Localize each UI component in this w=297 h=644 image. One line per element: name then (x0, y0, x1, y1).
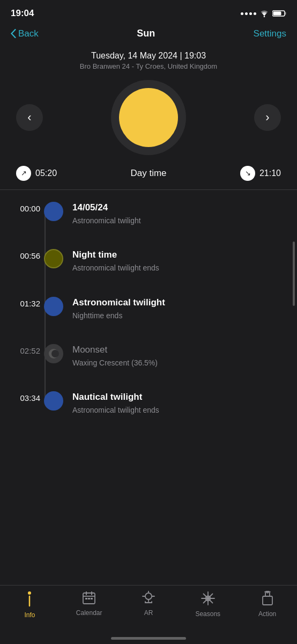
sunrise-time: ↗ 05:20 (16, 166, 57, 181)
timeline-title: Night time (72, 249, 286, 261)
timeline-title: 14/05/24 (72, 202, 286, 214)
nav-bar: Back Sun Settings (0, 24, 297, 46)
tab-ar-label: AR (144, 609, 153, 617)
svg-point-7 (51, 350, 59, 357)
timeline-item: 00:56 Night time Astronomical twilight e… (0, 237, 297, 284)
timeline-dot-wrapper (40, 344, 67, 363)
next-day-button[interactable]: › (254, 104, 281, 131)
timeline-dot-moon (44, 344, 63, 363)
tab-action-label: Action (258, 610, 276, 618)
svg-text:↘: ↘ (244, 169, 250, 177)
page-title: Sun (137, 28, 155, 39)
svg-rect-3 (273, 12, 281, 16)
sunset-time: ↘ 21:10 (240, 166, 281, 181)
svg-point-17 (145, 593, 152, 599)
tab-info[interactable]: Info (8, 591, 51, 619)
timeline-subtitle: Nighttime ends (72, 311, 286, 320)
svg-rect-26 (263, 596, 272, 605)
timeline-item: 00:00 14/05/24 Astronomical twilight (0, 190, 297, 237)
home-indicator (111, 637, 186, 640)
back-button[interactable]: Back (11, 28, 39, 39)
timeline-subtitle: Astronomical twilight ends (72, 263, 286, 273)
svg-rect-16 (91, 598, 93, 599)
timeline-title: Astronomical twilight (72, 297, 286, 309)
timeline-title: Moonset (72, 344, 286, 356)
header-date: Tuesday, 14 May 2024 | 19:03 (11, 51, 286, 61)
status-icons (241, 10, 286, 17)
tab-seasons[interactable]: Seasons (187, 591, 229, 618)
timeline-dot-blue (44, 202, 63, 221)
svg-text:↗: ↗ (21, 169, 27, 177)
prev-day-button[interactable]: ‹ (16, 104, 43, 131)
timeline-time: 03:34 (11, 391, 40, 402)
wifi-icon (259, 10, 269, 17)
timeline-time: 00:00 (11, 202, 40, 213)
timeline-dot-blue2 (44, 297, 63, 316)
timeline-dot-olive (44, 249, 63, 268)
sun-times: ↗ 05:20 Day time ↘ 21:10 (0, 164, 297, 189)
sunset-icon: ↘ (240, 166, 255, 181)
timeline-title: Nautical twilight (72, 391, 286, 403)
timeline-item: 03:34 Nautical twilight Astronomical twi… (0, 379, 297, 427)
svg-rect-2 (285, 12, 286, 15)
tab-calendar-label: Calendar (76, 609, 102, 617)
tab-ar[interactable]: AR (127, 591, 170, 617)
scrollbar[interactable] (293, 241, 295, 306)
tab-calendar[interactable]: Calendar (68, 591, 110, 617)
timeline-dot-wrapper (40, 249, 67, 268)
svg-rect-15 (88, 598, 90, 599)
settings-button[interactable]: Settings (254, 28, 286, 39)
timeline-dot-wrapper (40, 202, 67, 221)
timeline-content: Nautical twilight Astronomical twilight … (67, 391, 286, 415)
info-tab-icon (23, 591, 36, 609)
seasons-tab-icon (201, 591, 216, 608)
svg-point-0 (264, 16, 265, 17)
timeline-content: Astronomical twilight Nighttime ends (67, 297, 286, 320)
timeline-subtitle: Astronomical twilight (72, 216, 286, 225)
timeline-time: 00:56 (11, 249, 40, 260)
sun-container (111, 80, 186, 155)
timeline-subtitle: Astronomical twilight ends (72, 405, 286, 415)
timeline: 00:00 14/05/24 Astronomical twilight 00:… (0, 190, 297, 427)
sun-display: ‹ › (0, 75, 297, 164)
timeline-item: 02:52 Moonset Waxing Crescent (36.5%) (0, 332, 297, 379)
ar-tab-icon (141, 591, 156, 607)
header-info: Tuesday, 14 May 2024 | 19:03 Bro Branwen… (0, 46, 297, 75)
sun-graphic (119, 88, 178, 147)
action-tab-icon (261, 591, 274, 608)
tab-info-label: Info (24, 611, 35, 619)
tab-action[interactable]: Action (246, 591, 289, 618)
status-bar: 19:04 (0, 0, 297, 24)
svg-point-8 (28, 591, 31, 595)
tab-seasons-label: Seasons (195, 610, 220, 618)
timeline-dot-wrapper (40, 391, 67, 411)
timeline-dot-nautical (44, 391, 63, 411)
day-time-label: Day time (130, 168, 166, 179)
sunrise-icon: ↗ (16, 166, 31, 181)
header-location: Bro Branwen 24 - Ty Croes, United Kingdo… (11, 62, 286, 70)
timeline-content: Night time Astronomical twilight ends (67, 249, 286, 273)
signal-icon (241, 12, 256, 15)
battery-icon (272, 10, 286, 17)
tab-bar: Info Calendar (0, 585, 297, 644)
calendar-tab-icon (82, 591, 96, 607)
status-time: 19:04 (11, 8, 34, 19)
timeline-item: 01:32 Astronomical twilight Nighttime en… (0, 285, 297, 332)
timeline-time: 02:52 (11, 344, 40, 355)
timeline-content: 14/05/24 Astronomical twilight (67, 202, 286, 225)
timeline-dot-wrapper (40, 297, 67, 316)
timeline-time: 01:32 (11, 297, 40, 308)
timeline-subtitle: Waxing Crescent (36.5%) (72, 358, 286, 368)
timeline-content: Moonset Waxing Crescent (36.5%) (67, 344, 286, 368)
svg-rect-14 (85, 598, 87, 599)
